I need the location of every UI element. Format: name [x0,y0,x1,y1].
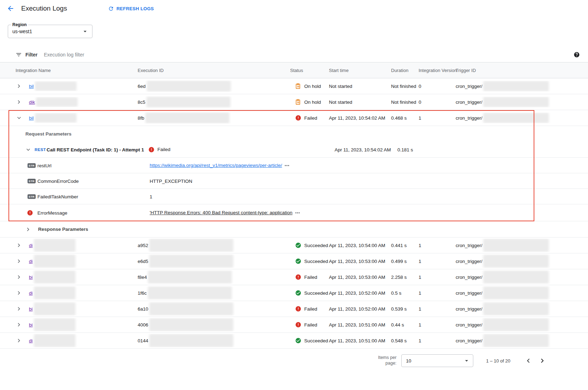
help-button[interactable] [571,49,582,60]
status-text: Failed [304,275,317,280]
table-row[interactable]: bil 8fb Failed Apr 11, 2023, 10:54:02 AM… [0,110,588,126]
filter-input[interactable] [44,52,571,58]
redacted-blur [483,81,549,91]
expand-chevron-button[interactable] [16,321,29,328]
next-page-button[interactable] [536,355,548,367]
column-header-trigger-id: Trigger ID [456,68,588,73]
succeeded-icon [295,337,301,344]
redacted-blur [149,334,233,347]
collapse-chevron-button[interactable] [16,114,29,121]
region-section: Region us-west1 [8,25,588,38]
integration-name-link[interactable]: bil [29,115,34,121]
param-row: ErrorMessage 'HTTP Response Errors: 400 … [0,204,588,221]
chevron-down-icon [25,146,32,153]
integration-version: 0 [419,84,456,89]
redacted-blur [35,113,77,123]
start-time: Apr 11, 2023, 10:53:00 AM [329,275,391,280]
redacted-blur [483,270,549,284]
expand-chevron-button[interactable] [16,258,29,265]
table-row[interactable]: bi f8e4 Failed Apr 11, 2023, 10:53:00 AM… [0,269,588,285]
table-row[interactable]: dik 8c5 On hold Not started Not finished… [0,94,588,110]
execution-log-table: Filter Integration Name Execution ID Sta… [0,47,588,349]
integration-name-link[interactable]: di [29,243,33,248]
integration-name-link[interactable]: di [29,259,33,264]
more-button[interactable] [294,210,301,216]
expand-chevron-button[interactable] [16,289,29,296]
redacted-blur [149,254,233,268]
expand-chevron-button[interactable] [16,98,29,106]
integration-name-link[interactable]: dik [29,100,35,105]
trigger-id: cron_trigger/ [456,243,482,248]
chevron-right-icon [16,258,23,265]
rest-url-link[interactable]: https://wikimedia.org/api/rest_v1/metric… [150,163,282,168]
param-value: HTTP_EXCEPTION [150,178,192,184]
table-row[interactable]: di 0144 Succeeded Apr 11, 2023, 10:51:00… [0,333,588,349]
collapse-chevron-button[interactable] [25,146,32,153]
failed-icon [295,306,301,312]
refresh-logs-button[interactable]: REFRESH LOGS [108,6,154,12]
table-row[interactable]: bil 6ed On hold Not started Not finished… [0,78,588,94]
expand-chevron-button[interactable] [16,274,29,281]
integration-name-link[interactable]: di [29,338,33,343]
integration-name-link[interactable]: bil [29,84,34,89]
chevron-right-icon [16,305,23,312]
expand-chevron-button[interactable] [16,305,29,312]
integration-name-link[interactable]: di [29,290,33,296]
param-name: FailedlTaskNumber [37,194,78,199]
error-icon [27,210,33,216]
integration-name-link[interactable]: bi [29,322,33,328]
chevron-right-icon [16,98,23,106]
more-icon [284,163,290,168]
trigger-id: cron_trigger/ [456,290,482,296]
execution-logs-page: Execution Logs REFRESH LOGS Region us-we… [0,0,588,390]
redacted-blur [35,81,77,91]
region-select[interactable]: Region us-west1 [8,25,92,38]
expand-chevron-button[interactable] [16,337,29,344]
more-button[interactable] [283,163,290,168]
back-button[interactable] [5,3,16,14]
response-parameters-row[interactable]: Response Parameters [0,221,588,238]
redacted-blur [145,112,229,124]
chevron-down-icon [16,114,23,121]
execution-id: 8c5 [138,100,145,105]
integration-name-link[interactable]: bi [29,275,33,280]
duration: 2.258 s [391,275,419,280]
execution-id: 6a10 [138,306,148,312]
succeeded-icon [295,242,301,248]
error-message-link[interactable]: 'HTTP Response Errors: 400 Bad Request c… [150,210,293,215]
task-row[interactable]: REST Call REST Endpoint (Task ID: 1) - A… [0,142,588,158]
redacted-blur [36,97,78,107]
top-bar: Execution Logs REFRESH LOGS [0,0,588,17]
duration: 0.548 s [391,338,419,343]
items-per-page-select[interactable]: 10 [401,354,473,367]
integration-version: 1 [419,290,456,296]
expand-chevron-button[interactable] [16,242,29,249]
filter-label: Filter [25,52,37,58]
integration-name-link[interactable]: bi [29,306,33,312]
expand-chevron-button[interactable] [16,83,29,90]
chevron-right-icon [16,274,23,281]
table-row[interactable]: di e6d5 Succeeded Apr 11, 2023, 10:53:00… [0,253,588,269]
failed-icon [295,115,301,121]
items-per-page-value: 10 [406,358,411,364]
execution-id: a952 [138,243,148,248]
table-row[interactable]: di 1f6c Succeeded Apr 11, 2023, 10:52:00… [0,285,588,301]
expanded-row-group: bil 8fb Failed Apr 11, 2023, 10:54:02 AM… [0,110,588,221]
trigger-id: cron_trigger/ [456,259,482,264]
redacted-blur [34,254,76,268]
start-time: Apr 11, 2023, 10:54:00 AM [329,243,391,248]
column-header-execution-id: Execution ID [138,68,290,73]
duration: Not finished [391,100,419,105]
task-label: Call REST Endpoint (Task ID: 1) - Attemp… [47,147,144,152]
table-row[interactable]: bi 6a10 Failed Apr 11, 2023, 10:52:00 AM… [0,301,588,317]
chevron-right-icon [25,226,32,233]
prev-page-button[interactable] [522,355,534,367]
table-row[interactable]: bi 4006 Failed Apr 11, 2023, 10:51:00 AM… [0,317,588,333]
request-parameters-section: Request Parameters [0,126,588,142]
expand-chevron-button[interactable] [25,226,32,233]
integration-version: 1 [419,243,456,248]
param-row: STR restUrl https://wikimedia.org/api/re… [0,158,588,173]
integration-version: 1 [419,259,456,264]
table-row[interactable]: di a952 Succeeded Apr 11, 2023, 10:54:00… [0,238,588,253]
duration: 0.539 s [391,306,419,312]
